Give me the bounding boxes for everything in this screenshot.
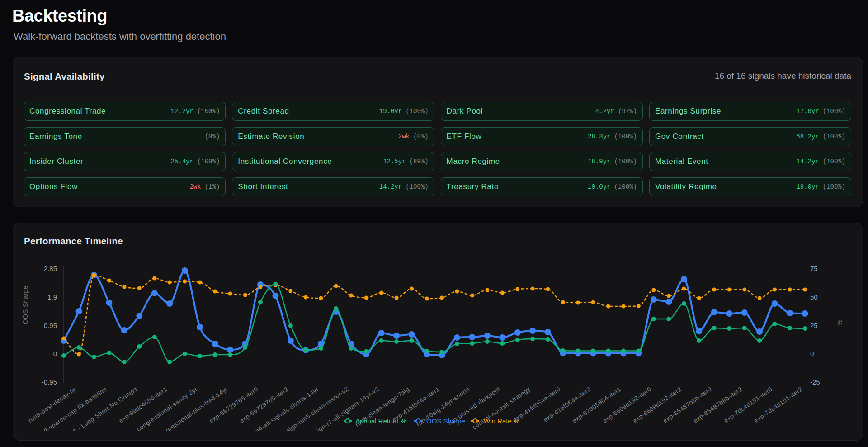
- svg-text:exp-85487b8b-iter0: exp-85487b8b-iter0: [662, 385, 713, 424]
- svg-text:50: 50: [810, 293, 818, 301]
- svg-text:exp-56729765-iter0: exp-56729765-iter0: [208, 385, 259, 424]
- svg-text:75: 75: [810, 265, 818, 272]
- svg-text:OOS Sharpe: OOS Sharpe: [21, 285, 29, 324]
- svg-text:-0.95: -0.95: [42, 378, 57, 386]
- svg-text:exp-56729765-iter2: exp-56729765-iter2: [238, 385, 289, 424]
- svg-text:exp-7dc4d151-iter0: exp-7dc4d151-iter0: [723, 385, 774, 424]
- svg-text:0: 0: [53, 350, 57, 357]
- svg-text:0: 0: [810, 350, 814, 357]
- svg-text:Win Rate %: Win Rate %: [484, 417, 519, 425]
- svg-text:1.9: 1.9: [47, 293, 57, 301]
- svg-text:run8-post-decay-fix: run8-post-decay-fix: [27, 385, 78, 424]
- svg-text:exp-6609d192-iter2: exp-6609d192-iter2: [632, 385, 683, 424]
- svg-text:0.95: 0.95: [44, 322, 57, 329]
- svg-text:exp-6609d192-iter0: exp-6609d192-iter0: [601, 385, 652, 424]
- svg-text:%: %: [836, 319, 844, 325]
- svg-text:OOS Sharpe: OOS Sharpe: [426, 417, 465, 425]
- svg-text:25: 25: [810, 322, 818, 329]
- svg-text:exp-85487b8b-iter2: exp-85487b8b-iter2: [692, 385, 743, 424]
- svg-text:exp-87905804-iter1: exp-87905804-iter1: [571, 385, 622, 424]
- svg-text:Annual Return %: Annual Return %: [355, 417, 406, 425]
- svg-text:2.85: 2.85: [44, 265, 57, 272]
- svg-text:exp-7dc4d151-iter2: exp-7dc4d151-iter2: [753, 385, 804, 424]
- svg-text:-25: -25: [810, 378, 820, 386]
- svg-text:exp-99dc4656-iter1: exp-99dc4656-iter1: [118, 385, 169, 424]
